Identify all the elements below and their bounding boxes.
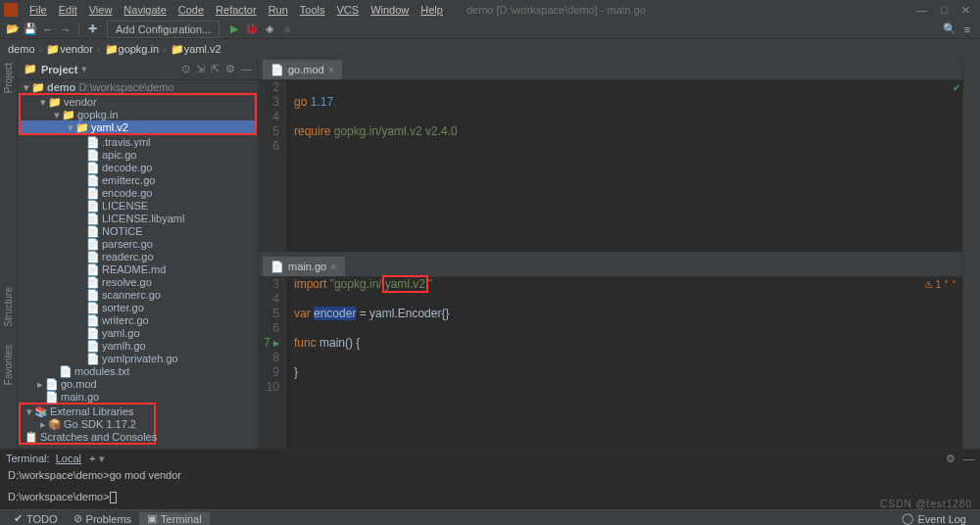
tree-go-sdk[interactable]: ▸📦Go SDK 1.17.2 (21, 417, 154, 430)
gutter-favorites[interactable]: Favorites (3, 345, 14, 385)
close-tab-icon[interactable]: × (328, 64, 334, 75)
bottom-tab-terminal[interactable]: ▣ Terminal (139, 512, 210, 525)
tree-file[interactable]: 📄yamlprivateh.go (18, 352, 258, 364)
forward-icon[interactable]: → (57, 21, 74, 38)
tree-file[interactable]: 📄encode.go (18, 186, 258, 199)
tree-file[interactable]: 📄NOTICE (18, 224, 258, 237)
open-icon[interactable]: 📂 (4, 21, 22, 38)
terminal-pane: Terminal: Local + ▾ ⚙ — D:\workspace\dem… (0, 449, 980, 509)
tree-file[interactable]: 📄sorter.go (18, 301, 258, 313)
project-header: 📁 Project ▾ ⊙ ⇲ ⇱ ⚙ — (18, 59, 258, 80)
menu-vcs[interactable]: VCS (331, 4, 366, 16)
debug-icon[interactable]: 🐞 (243, 21, 261, 38)
main-toolbar: 📂 💾 ← → ✚ Add Configuration... ▶ 🐞 ◈ ■ 🔍… (0, 20, 980, 39)
maximize-icon[interactable]: □ (941, 4, 948, 17)
collapse-icon[interactable]: ⇱ (211, 63, 220, 75)
gutter-structure[interactable]: Structure (3, 287, 14, 327)
terminal-session-local[interactable]: Local (56, 453, 81, 464)
tree-file[interactable]: 📄scannerc.go (18, 288, 258, 301)
tree-file[interactable]: 📄LICENSE (18, 199, 258, 212)
gear-icon[interactable]: ⚙ (225, 63, 235, 75)
tree-file[interactable]: 📄writerc.go (18, 313, 258, 326)
tree-file[interactable]: 📄resolve.go (18, 275, 258, 288)
editor-area: 📄go.mod× 23456 go 1.17 require gopkg.in/… (259, 59, 962, 449)
coverage-icon[interactable]: ◈ (261, 21, 278, 38)
app-icon (4, 3, 18, 17)
tree-file[interactable]: 📄apic.go (18, 148, 258, 161)
tree-gomod[interactable]: ▸📄go.mod (18, 377, 258, 390)
menu-file[interactable]: File (24, 4, 53, 16)
breadcrumb-item[interactable]: yaml.v2 (184, 43, 221, 55)
gutter-project[interactable]: Project (3, 63, 14, 93)
tree-scratches[interactable]: 📋Scratches and Consoles (21, 430, 154, 443)
tree-root[interactable]: ▾📁demo D:\workspace\demo (18, 80, 258, 93)
attach-icon[interactable]: ✚ (83, 21, 101, 38)
terminal-add-icon[interactable]: + (89, 453, 95, 464)
event-log-button[interactable]: ◯ Event Log (894, 512, 974, 525)
tree-file[interactable]: 📄yamlh.go (18, 339, 258, 352)
tab-maingo[interactable]: 📄main.go× (263, 257, 345, 276)
tree-maingo[interactable]: 📄main.go (18, 390, 258, 403)
menu-edit[interactable]: Edit (53, 4, 83, 16)
bottom-tab-problems[interactable]: ⊘ Problems (66, 512, 139, 525)
menu-view[interactable]: View (83, 4, 119, 16)
tree-file[interactable]: 📄emitterc.go (18, 173, 258, 186)
editor-tabs-bottom: 📄main.go× (259, 256, 962, 277)
breadcrumb-item[interactable]: vendor (60, 43, 93, 55)
menu-window[interactable]: Window (365, 4, 415, 16)
folder-icon: 📁 (24, 63, 37, 75)
close-icon[interactable]: ✕ (961, 4, 970, 17)
back-icon[interactable]: ← (39, 21, 57, 38)
ide-settings-icon[interactable]: ≡ (958, 21, 976, 38)
add-configuration-button[interactable]: Add Configuration... (107, 21, 220, 38)
breadcrumb-item[interactable]: gopkg.in (119, 43, 160, 55)
window-controls: — □ ✕ (916, 4, 976, 17)
editor-gomod[interactable]: 23456 go 1.17 require gopkg.in/yaml.v2 v… (259, 80, 962, 252)
menu-tools[interactable]: Tools (294, 4, 331, 16)
editor-maingo[interactable]: 34567 ▸8910 import "gopkg.in/yaml.v2" va… (259, 277, 962, 449)
tree-modules[interactable]: 📄modules.txt (18, 364, 258, 377)
minimize-icon[interactable]: — (916, 4, 927, 17)
save-icon[interactable]: 💾 (22, 21, 39, 38)
project-tree[interactable]: ▾📁demo D:\workspace\demo ▾📁vendor ▾📁gopk… (18, 80, 258, 449)
expand-icon[interactable]: ⇲ (196, 63, 205, 75)
breadcrumb-item[interactable]: demo (8, 43, 35, 55)
terminal-hide-icon[interactable]: — (963, 453, 974, 464)
tree-file[interactable]: 📄.travis.yml (18, 135, 258, 148)
tree-vendor[interactable]: ▾📁vendor (21, 95, 255, 108)
left-gutter: Project Structure Favorites (0, 59, 18, 449)
tree-gopkg[interactable]: ▾📁gopkg.in (21, 108, 255, 120)
tab-gomod[interactable]: 📄go.mod× (263, 60, 342, 79)
menu-help[interactable]: Help (415, 4, 449, 16)
bottom-tab-todo[interactable]: ✔ TODO (6, 512, 66, 525)
menu-run[interactable]: Run (263, 4, 294, 16)
terminal-dropdown-icon[interactable]: ▾ (99, 453, 105, 465)
menu-code[interactable]: Code (172, 4, 210, 16)
tree-file[interactable]: 📄decode.go (18, 161, 258, 173)
stop-icon[interactable]: ■ (278, 21, 296, 38)
terminal-title: Terminal (6, 453, 47, 464)
hide-icon[interactable]: — (241, 63, 252, 75)
breadcrumb: demo› 📁vendor› 📁gopkg.in› 📁yaml.v2 (0, 39, 980, 59)
watermark: CSDN @test1280 (880, 499, 972, 509)
tree-file[interactable]: 📄README.md (18, 262, 258, 275)
terminal-body[interactable]: D:\workspace\demo>go mod vendor D:\works… (0, 467, 980, 505)
inspection-ok-icon: ✔ (953, 82, 960, 93)
tree-file[interactable]: 📄yaml.go (18, 326, 258, 339)
locate-icon[interactable]: ⊙ (181, 63, 190, 75)
terminal-gear-icon[interactable]: ⚙ (946, 453, 956, 465)
search-everywhere-icon[interactable]: 🔍 (941, 21, 958, 38)
menu-navigate[interactable]: Navigate (118, 4, 172, 16)
run-icon[interactable]: ▶ (225, 21, 243, 38)
close-tab-icon[interactable]: × (330, 261, 336, 272)
tree-file[interactable]: 📄LICENSE.libyaml (18, 212, 258, 224)
tree-file[interactable]: 📄parserc.go (18, 237, 258, 250)
menu-refactor[interactable]: Refactor (210, 4, 263, 16)
tree-external-libraries[interactable]: ▾📚External Libraries (21, 405, 154, 417)
window-title: demo [D:\workspace\demo] - main.go (466, 4, 646, 16)
tree-file[interactable]: 📄readerc.go (18, 250, 258, 262)
warning-indicator[interactable]: ⚠ 1 ˄ ˅ (924, 279, 956, 290)
right-gutter (962, 59, 980, 449)
chevron-down-icon[interactable]: ▾ (81, 63, 87, 75)
tree-yaml-v2[interactable]: ▾📁yaml.v2 (21, 120, 255, 133)
